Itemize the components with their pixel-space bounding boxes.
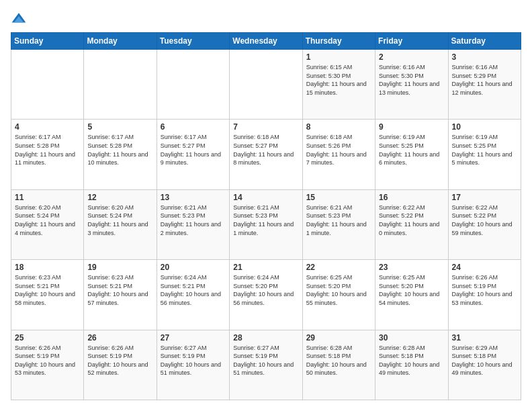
weekday-header-friday: Friday [375, 33, 448, 50]
day-number: 18 [15, 263, 80, 272]
day-info: Sunrise: 6:25 AM Sunset: 5:20 PM Dayligh… [306, 273, 371, 307]
day-info: Sunrise: 6:22 AM Sunset: 5:22 PM Dayligh… [379, 203, 444, 237]
week-row-2: 11Sunrise: 6:20 AM Sunset: 5:24 PM Dayli… [11, 189, 521, 259]
day-number: 25 [15, 333, 80, 342]
day-cell: 10Sunrise: 6:19 AM Sunset: 5:25 PM Dayli… [448, 120, 521, 189]
day-number: 16 [379, 193, 444, 202]
day-info: Sunrise: 6:18 AM Sunset: 5:26 PM Dayligh… [306, 133, 371, 167]
day-cell: 17Sunrise: 6:22 AM Sunset: 5:22 PM Dayli… [448, 189, 521, 259]
day-cell: 3Sunrise: 6:16 AM Sunset: 5:29 PM Daylig… [448, 50, 521, 120]
weekday-header-sunday: Sunday [11, 33, 84, 50]
day-info: Sunrise: 6:29 AM Sunset: 5:18 PM Dayligh… [452, 344, 517, 377]
day-number: 30 [379, 333, 444, 342]
day-cell: 13Sunrise: 6:21 AM Sunset: 5:23 PM Dayli… [157, 189, 229, 259]
weekday-row: SundayMondayTuesdayWednesdayThursdayFrid… [11, 33, 521, 50]
day-info: Sunrise: 6:22 AM Sunset: 5:22 PM Dayligh… [452, 203, 517, 237]
day-cell: 15Sunrise: 6:21 AM Sunset: 5:23 PM Dayli… [302, 189, 375, 259]
day-cell: 14Sunrise: 6:21 AM Sunset: 5:23 PM Dayli… [230, 189, 302, 259]
week-row-1: 4Sunrise: 6:17 AM Sunset: 5:28 PM Daylig… [11, 120, 521, 189]
day-info: Sunrise: 6:23 AM Sunset: 5:21 PM Dayligh… [87, 273, 152, 307]
day-cell: 8Sunrise: 6:18 AM Sunset: 5:26 PM Daylig… [302, 120, 375, 189]
day-number: 1 [306, 52, 371, 62]
calendar-table: SundayMondayTuesdayWednesdayThursdayFrid… [11, 32, 521, 400]
day-cell: 5Sunrise: 6:17 AM Sunset: 5:28 PM Daylig… [84, 120, 157, 189]
day-cell: 21Sunrise: 6:24 AM Sunset: 5:20 PM Dayli… [230, 260, 302, 330]
day-cell: 29Sunrise: 6:28 AM Sunset: 5:18 PM Dayli… [302, 330, 375, 400]
day-info: Sunrise: 6:24 AM Sunset: 5:21 PM Dayligh… [161, 273, 226, 307]
day-number: 3 [452, 52, 517, 62]
day-cell: 7Sunrise: 6:18 AM Sunset: 5:27 PM Daylig… [230, 120, 302, 189]
day-info: Sunrise: 6:28 AM Sunset: 5:18 PM Dayligh… [306, 344, 371, 377]
day-number: 31 [452, 333, 517, 342]
week-row-0: 1Sunrise: 6:15 AM Sunset: 5:30 PM Daylig… [11, 50, 521, 120]
day-number: 13 [161, 193, 226, 202]
day-info: Sunrise: 6:18 AM Sunset: 5:27 PM Dayligh… [233, 133, 298, 167]
day-number: 29 [306, 333, 371, 342]
day-cell: 6Sunrise: 6:17 AM Sunset: 5:27 PM Daylig… [157, 120, 229, 189]
day-number: 5 [87, 122, 152, 132]
day-cell: 2Sunrise: 6:16 AM Sunset: 5:30 PM Daylig… [375, 50, 448, 120]
logo-icon [11, 11, 27, 27]
day-number: 24 [452, 263, 517, 272]
day-cell: 4Sunrise: 6:17 AM Sunset: 5:28 PM Daylig… [11, 120, 84, 189]
day-cell: 22Sunrise: 6:25 AM Sunset: 5:20 PM Dayli… [302, 260, 375, 330]
day-number: 14 [233, 193, 298, 202]
day-cell: 28Sunrise: 6:27 AM Sunset: 5:19 PM Dayli… [230, 330, 302, 400]
day-info: Sunrise: 6:26 AM Sunset: 5:19 PM Dayligh… [87, 344, 152, 377]
day-info: Sunrise: 6:16 AM Sunset: 5:30 PM Dayligh… [379, 63, 444, 97]
day-info: Sunrise: 6:26 AM Sunset: 5:19 PM Dayligh… [452, 273, 517, 307]
day-info: Sunrise: 6:26 AM Sunset: 5:19 PM Dayligh… [15, 344, 80, 377]
week-row-4: 25Sunrise: 6:26 AM Sunset: 5:19 PM Dayli… [11, 330, 521, 400]
day-number: 17 [452, 193, 517, 202]
day-cell: 27Sunrise: 6:27 AM Sunset: 5:19 PM Dayli… [157, 330, 229, 400]
day-info: Sunrise: 6:19 AM Sunset: 5:25 PM Dayligh… [379, 133, 444, 167]
day-number: 6 [161, 122, 226, 132]
calendar-header: SundayMondayTuesdayWednesdayThursdayFrid… [11, 33, 521, 50]
day-number: 20 [161, 263, 226, 272]
day-info: Sunrise: 6:23 AM Sunset: 5:21 PM Dayligh… [15, 273, 80, 307]
day-number: 4 [15, 122, 80, 132]
weekday-header-thursday: Thursday [302, 33, 375, 50]
day-number: 27 [161, 333, 226, 342]
day-info: Sunrise: 6:20 AM Sunset: 5:24 PM Dayligh… [87, 203, 152, 237]
day-info: Sunrise: 6:15 AM Sunset: 5:30 PM Dayligh… [306, 63, 371, 97]
week-row-3: 18Sunrise: 6:23 AM Sunset: 5:21 PM Dayli… [11, 260, 521, 330]
day-info: Sunrise: 6:17 AM Sunset: 5:27 PM Dayligh… [161, 133, 226, 167]
day-number: 12 [87, 193, 152, 202]
weekday-header-tuesday: Tuesday [157, 33, 229, 50]
day-cell: 20Sunrise: 6:24 AM Sunset: 5:21 PM Dayli… [157, 260, 229, 330]
day-info: Sunrise: 6:25 AM Sunset: 5:20 PM Dayligh… [379, 273, 444, 307]
day-cell: 31Sunrise: 6:29 AM Sunset: 5:18 PM Dayli… [448, 330, 521, 400]
day-cell: 19Sunrise: 6:23 AM Sunset: 5:21 PM Dayli… [84, 260, 157, 330]
day-cell: 16Sunrise: 6:22 AM Sunset: 5:22 PM Dayli… [375, 189, 448, 259]
day-cell: 18Sunrise: 6:23 AM Sunset: 5:21 PM Dayli… [11, 260, 84, 330]
calendar-body: 1Sunrise: 6:15 AM Sunset: 5:30 PM Daylig… [11, 50, 521, 400]
day-info: Sunrise: 6:21 AM Sunset: 5:23 PM Dayligh… [161, 203, 226, 237]
day-info: Sunrise: 6:27 AM Sunset: 5:19 PM Dayligh… [161, 344, 226, 377]
page: SundayMondayTuesdayWednesdayThursdayFrid… [0, 0, 532, 411]
logo [11, 11, 30, 27]
day-info: Sunrise: 6:20 AM Sunset: 5:24 PM Dayligh… [15, 203, 80, 237]
day-number: 26 [87, 333, 152, 342]
day-cell: 24Sunrise: 6:26 AM Sunset: 5:19 PM Dayli… [448, 260, 521, 330]
weekday-header-wednesday: Wednesday [230, 33, 302, 50]
day-number: 28 [233, 333, 298, 342]
day-cell: 11Sunrise: 6:20 AM Sunset: 5:24 PM Dayli… [11, 189, 84, 259]
day-cell [11, 50, 84, 120]
day-cell: 23Sunrise: 6:25 AM Sunset: 5:20 PM Dayli… [375, 260, 448, 330]
day-cell: 12Sunrise: 6:20 AM Sunset: 5:24 PM Dayli… [84, 189, 157, 259]
day-info: Sunrise: 6:24 AM Sunset: 5:20 PM Dayligh… [233, 273, 298, 307]
day-info: Sunrise: 6:21 AM Sunset: 5:23 PM Dayligh… [306, 203, 371, 237]
day-number: 23 [379, 263, 444, 272]
day-cell [230, 50, 302, 120]
day-number: 15 [306, 193, 371, 202]
day-cell [157, 50, 229, 120]
day-info: Sunrise: 6:17 AM Sunset: 5:28 PM Dayligh… [15, 133, 80, 167]
day-cell: 30Sunrise: 6:28 AM Sunset: 5:18 PM Dayli… [375, 330, 448, 400]
day-info: Sunrise: 6:17 AM Sunset: 5:28 PM Dayligh… [87, 133, 152, 167]
day-number: 9 [379, 122, 444, 132]
day-info: Sunrise: 6:16 AM Sunset: 5:29 PM Dayligh… [452, 63, 517, 97]
weekday-header-saturday: Saturday [448, 33, 521, 50]
day-cell: 9Sunrise: 6:19 AM Sunset: 5:25 PM Daylig… [375, 120, 448, 189]
day-number: 10 [452, 122, 517, 132]
